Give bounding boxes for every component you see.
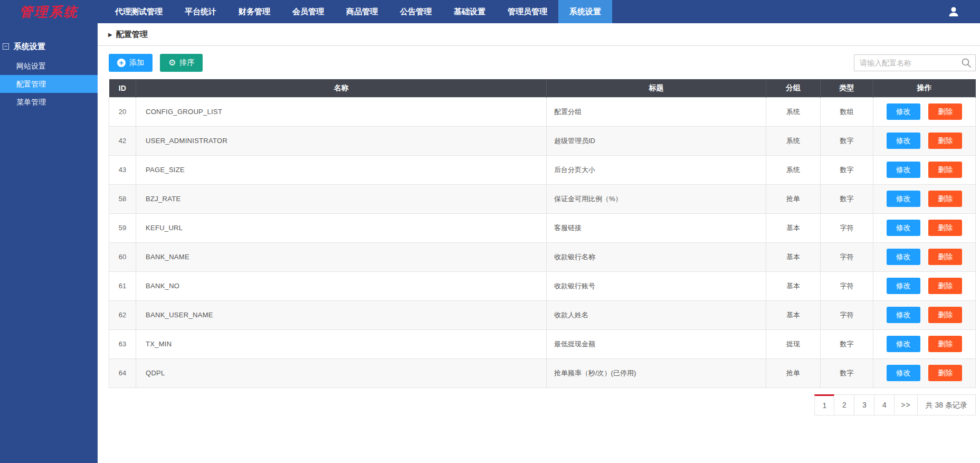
cell-actions: 修改 删除	[873, 242, 976, 271]
pagination-page[interactable]: 1	[814, 394, 834, 415]
delete-button[interactable]: 删除	[928, 307, 962, 323]
top-nav-item[interactable]: 管理员管理	[497, 0, 558, 23]
delete-button[interactable]: 删除	[928, 103, 962, 120]
top-nav-item[interactable]: 会员管理	[281, 0, 335, 23]
collapse-minus-icon[interactable]	[3, 43, 9, 50]
cell-id: 43	[109, 155, 136, 184]
edit-button[interactable]: 修改	[887, 365, 920, 381]
table-row: 43 PAGE_SIZE 后台分页大小 系统 数字 修改 删除	[109, 155, 976, 184]
user-icon	[947, 5, 960, 18]
cell-group: 基本	[766, 213, 821, 242]
cell-title: 超级管理员ID	[547, 126, 766, 155]
table-header-cell: ID	[109, 79, 136, 97]
edit-button[interactable]: 修改	[887, 162, 920, 178]
pagination: 1234>>共 38 条记录	[98, 394, 976, 415]
cell-group: 系统	[766, 97, 821, 126]
delete-button[interactable]: 删除	[928, 278, 962, 294]
cell-id: 58	[109, 184, 136, 213]
top-nav-item[interactable]: 公告管理	[389, 0, 443, 23]
top-nav-item[interactable]: 商品管理	[335, 0, 389, 23]
table-row: 60 BANK_NAME 收款银行名称 基本 字符 修改 删除	[109, 242, 976, 271]
sidebar-item[interactable]: 菜单管理	[0, 93, 98, 111]
table-header: ID名称标题分组类型操作	[109, 79, 976, 97]
sidebar-item[interactable]: 配置管理	[0, 75, 98, 93]
cell-group: 基本	[766, 300, 821, 329]
pagination-page[interactable]: 4	[874, 394, 895, 415]
cell-type: 字符	[821, 300, 873, 329]
table-row: 59 KEFU_URL 客服链接 基本 字符 修改 删除	[109, 213, 976, 242]
cell-title: 客服链接	[547, 213, 766, 242]
user-menu[interactable]	[947, 0, 960, 23]
config-table: ID名称标题分组类型操作 20 CONFIG_GROUP_LIST 配置分组 系…	[109, 79, 976, 388]
top-nav-item[interactable]: 代理测试管理	[104, 0, 174, 23]
cell-type: 数组	[821, 97, 873, 126]
sidebar: 系统设置 网站设置配置管理菜单管理	[0, 23, 98, 463]
cell-id: 62	[109, 300, 136, 329]
cell-name: BZJ_RATE	[136, 184, 547, 213]
cell-actions: 修改 删除	[873, 97, 976, 126]
sort-button[interactable]: ⚙ 排序	[160, 54, 203, 72]
top-nav-item[interactable]: 系统设置	[558, 0, 612, 23]
cell-actions: 修改 删除	[873, 358, 976, 388]
edit-button[interactable]: 修改	[887, 307, 920, 323]
edit-button[interactable]: 修改	[887, 249, 920, 265]
plus-circle-icon: +	[117, 59, 126, 67]
cell-name: QDPL	[136, 358, 547, 388]
edit-button[interactable]: 修改	[887, 220, 920, 236]
cell-type: 字符	[821, 242, 873, 271]
edit-button[interactable]: 修改	[887, 336, 920, 352]
top-nav-item[interactable]: 基础设置	[443, 0, 497, 23]
delete-button[interactable]: 删除	[928, 220, 962, 236]
sidebar-item[interactable]: 网站设置	[0, 57, 98, 75]
delete-button[interactable]: 删除	[928, 191, 962, 207]
cell-type: 数字	[821, 358, 873, 388]
top-nav-item[interactable]: 财务管理	[227, 0, 281, 23]
pagination-page[interactable]: 3	[854, 394, 874, 415]
page-title: 配置管理	[116, 30, 148, 40]
edit-button[interactable]: 修改	[887, 133, 920, 149]
delete-button[interactable]: 删除	[928, 133, 962, 149]
cell-name: CONFIG_GROUP_LIST	[136, 97, 547, 126]
cell-actions: 修改 删除	[873, 213, 976, 242]
sort-button-label: 排序	[179, 58, 194, 68]
delete-button[interactable]: 删除	[928, 336, 962, 352]
cell-title: 保证金可用比例（%）	[547, 184, 766, 213]
delete-button[interactable]: 删除	[928, 249, 962, 265]
cell-name: BANK_NO	[136, 271, 547, 300]
add-button-label: 添加	[129, 58, 144, 68]
add-button[interactable]: + 添加	[109, 54, 153, 72]
cell-id: 63	[109, 329, 136, 358]
edit-button[interactable]: 修改	[887, 191, 920, 207]
cell-id: 61	[109, 271, 136, 300]
delete-button[interactable]: 删除	[928, 162, 962, 178]
table-row: 61 BANK_NO 收款银行账号 基本 字符 修改 删除	[109, 271, 976, 300]
cell-title: 收款人姓名	[547, 300, 766, 329]
topbar: 管理系统 代理测试管理平台统计财务管理会员管理商品管理公告管理基础设置管理员管理…	[0, 0, 980, 23]
cell-title: 收款银行账号	[547, 271, 766, 300]
table-header-cell: 标题	[547, 79, 766, 97]
cell-type: 字符	[821, 213, 873, 242]
delete-button[interactable]: 删除	[928, 365, 962, 381]
table-header-cell: 类型	[821, 79, 873, 97]
cell-group: 基本	[766, 242, 821, 271]
top-nav-item[interactable]: 平台统计	[174, 0, 227, 23]
search-input[interactable]	[854, 54, 976, 71]
cell-group: 提现	[766, 329, 821, 358]
cell-group: 系统	[766, 126, 821, 155]
table-header-cell: 分组	[766, 79, 821, 97]
pagination-page[interactable]: 2	[834, 394, 854, 415]
cell-title: 后台分页大小	[547, 155, 766, 184]
cell-group: 抢单	[766, 184, 821, 213]
cell-actions: 修改 删除	[873, 155, 976, 184]
cell-type: 字符	[821, 271, 873, 300]
cell-id: 42	[109, 126, 136, 155]
sidebar-items: 网站设置配置管理菜单管理	[0, 57, 98, 111]
sidebar-section-label: 系统设置	[14, 42, 45, 52]
pagination-next[interactable]: >>	[895, 394, 917, 415]
table-row: 42 USER_ADMINISTRATOR 超级管理员ID 系统 数字 修改 删…	[109, 126, 976, 155]
edit-button[interactable]: 修改	[887, 103, 920, 120]
table-header-cell: 名称	[136, 79, 547, 97]
edit-button[interactable]: 修改	[887, 278, 920, 294]
search-icon[interactable]	[961, 58, 972, 68]
sidebar-section-system-settings[interactable]: 系统设置	[0, 38, 98, 55]
